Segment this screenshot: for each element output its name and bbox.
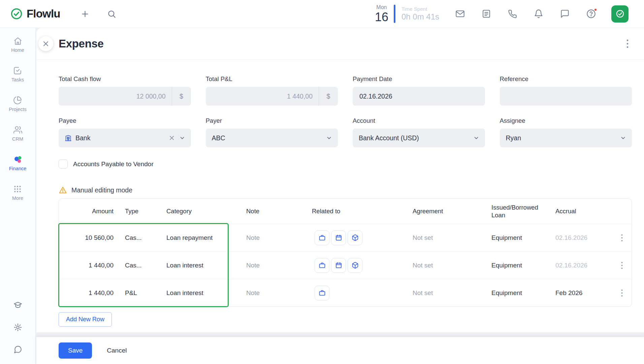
- manual-editing-row: Manual editing mode: [59, 186, 632, 194]
- link-project-button[interactable]: [315, 258, 329, 273]
- notes-icon[interactable]: [482, 9, 491, 19]
- assignee-select[interactable]: Ryan: [500, 129, 632, 147]
- sidebar-item-home[interactable]: Home: [11, 37, 24, 53]
- link-project-button[interactable]: [315, 230, 329, 245]
- line-note-input[interactable]: Note: [241, 262, 305, 269]
- field-total-cash-flow: Total Cash flow 12 000,00 $: [59, 75, 191, 106]
- line-related-to: [305, 230, 406, 245]
- total-pl-input[interactable]: 1 440,00 $: [206, 87, 338, 106]
- col-header-accrual: Accrual: [547, 208, 611, 215]
- field-account: Account Bank Account (USD): [353, 117, 485, 147]
- flowlu-app-tile-icon[interactable]: [611, 5, 629, 23]
- line-accrual[interactable]: Feb 2026: [547, 289, 611, 297]
- link-event-button[interactable]: [331, 258, 346, 273]
- expense-form: Total Cash flow 12 000,00 $ Total P&L 1 …: [59, 75, 632, 147]
- header-kebab-menu[interactable]: [624, 37, 631, 50]
- sidebar-label: CRM: [12, 136, 23, 142]
- chevron-down-icon[interactable]: [326, 135, 332, 141]
- chevron-down-icon[interactable]: [474, 135, 479, 141]
- feedback-icon[interactable]: [13, 345, 22, 354]
- line-loan[interactable]: Equipment: [487, 261, 547, 269]
- payer-select[interactable]: ABC: [206, 129, 338, 147]
- line-amount[interactable]: 10 560,00: [59, 234, 119, 242]
- settings-icon[interactable]: [13, 323, 22, 332]
- save-button[interactable]: Save: [59, 342, 92, 359]
- line-type[interactable]: Cas...: [119, 262, 160, 269]
- line-note-input[interactable]: Note: [241, 234, 305, 242]
- row-kebab-menu[interactable]: [619, 232, 625, 244]
- time-spent-label: Time Spent: [401, 6, 439, 12]
- flowlu-logo-icon[interactable]: [10, 7, 23, 20]
- mail-icon[interactable]: [455, 9, 465, 19]
- line-type[interactable]: Cas...: [119, 234, 160, 242]
- topbar-icon-group: [455, 9, 596, 19]
- time-spent-value: 0h 0m 41s: [401, 12, 439, 22]
- row-kebab-menu[interactable]: [619, 260, 625, 271]
- add-new-row-button[interactable]: Add New Row: [59, 312, 112, 327]
- sidebar-item-projects[interactable]: Projects: [9, 96, 26, 112]
- calendar-date[interactable]: Mon 16: [375, 5, 388, 23]
- checkbox-label: Accounts Payable to Vendor: [73, 160, 154, 168]
- field-label: Total P&L: [206, 75, 338, 83]
- total-cash-flow-input[interactable]: 12 000,00 $: [59, 87, 191, 106]
- selected-value: Bank Account (USD): [359, 134, 474, 142]
- finance-icon: [13, 155, 22, 164]
- line-accrual[interactable]: 02.16.2026: [547, 262, 611, 269]
- plus-icon[interactable]: [80, 9, 90, 19]
- time-spent-widget[interactable]: Time Spent 0h 0m 41s: [401, 6, 439, 22]
- accounts-payable-checkbox[interactable]: [59, 159, 68, 169]
- line-category[interactable]: Loan interest: [160, 262, 241, 269]
- bell-icon[interactable]: [534, 9, 543, 19]
- line-loan[interactable]: Equipment: [487, 289, 547, 297]
- academy-icon[interactable]: [13, 301, 22, 310]
- col-header-category: Category: [160, 208, 241, 215]
- line-amount[interactable]: 1 440,00: [59, 262, 119, 269]
- col-header-loan: Issued/Borrowed Loan: [487, 204, 547, 219]
- line-amount[interactable]: 1 440,00: [59, 289, 119, 297]
- search-icon[interactable]: [107, 9, 116, 19]
- chevron-down-icon[interactable]: [180, 135, 185, 141]
- link-project-button[interactable]: [315, 286, 329, 300]
- line-type[interactable]: P&L: [119, 289, 160, 297]
- field-label: Payment Date: [353, 75, 485, 83]
- line-agreement[interactable]: Not set: [406, 262, 487, 269]
- line-category[interactable]: Loan interest: [160, 289, 241, 297]
- line-loan[interactable]: Equipment: [487, 234, 547, 242]
- link-event-button[interactable]: [331, 230, 346, 245]
- input-value: 12 000,00: [59, 93, 172, 100]
- bank-building-icon: [65, 135, 72, 142]
- input-value: 02.16.2026: [359, 93, 392, 100]
- brand-name: Flowlu: [27, 7, 60, 20]
- sidebar-label: Finance: [9, 166, 27, 171]
- chevron-down-icon[interactable]: [620, 135, 626, 141]
- close-button[interactable]: [38, 36, 53, 51]
- cancel-button[interactable]: Cancel: [107, 347, 127, 354]
- link-product-button[interactable]: [348, 258, 362, 273]
- line-related-to: [305, 286, 406, 300]
- sidebar-item-tasks[interactable]: Tasks: [11, 66, 24, 82]
- link-product-button[interactable]: [348, 230, 362, 245]
- line-agreement[interactable]: Not set: [406, 289, 487, 297]
- phone-icon[interactable]: [508, 9, 517, 19]
- clear-icon[interactable]: [169, 136, 174, 140]
- sidebar-item-finance[interactable]: Finance: [9, 155, 27, 171]
- reference-input[interactable]: [500, 87, 632, 106]
- line-note-input[interactable]: Note: [241, 289, 305, 297]
- row-kebab-menu[interactable]: [619, 287, 625, 299]
- page-title: Expense: [59, 37, 104, 50]
- sidebar-item-more[interactable]: More: [12, 185, 23, 201]
- line-accrual[interactable]: 02.16.2026: [547, 234, 611, 242]
- line-category[interactable]: Loan repayment: [160, 234, 241, 242]
- chat-icon[interactable]: [560, 9, 570, 19]
- payment-date-input[interactable]: 02.16.2026: [353, 87, 485, 106]
- currency-suffix: $: [172, 87, 191, 106]
- line-related-to: [305, 258, 406, 273]
- calendar-icon: [335, 262, 342, 269]
- field-payer: Payer ABC: [206, 117, 338, 147]
- line-agreement[interactable]: Not set: [406, 234, 487, 242]
- sidebar: Home Tasks Projects CRM Finance More: [0, 28, 36, 364]
- payee-select[interactable]: Bank: [59, 129, 191, 147]
- expense-line-row: 10 560,00 Cas... Loan repayment Note Not…: [59, 224, 632, 251]
- account-select[interactable]: Bank Account (USD): [353, 129, 485, 147]
- sidebar-item-crm[interactable]: CRM: [12, 125, 23, 142]
